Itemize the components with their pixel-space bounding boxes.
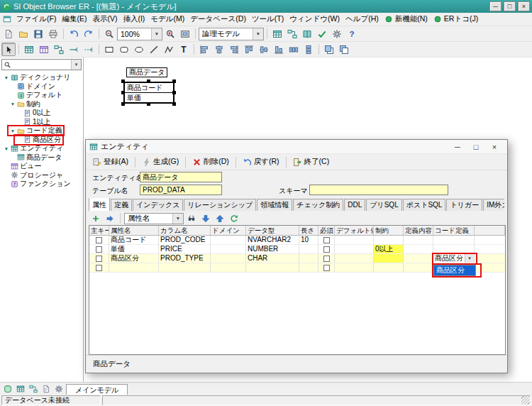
required-checkbox[interactable] xyxy=(323,256,330,262)
find-button[interactable] xyxy=(185,213,198,224)
grid-cell-3-8[interactable] xyxy=(374,263,404,272)
required-checkbox[interactable] xyxy=(323,265,330,271)
tree-item-entity-shouhin-data[interactable]: 商品データ xyxy=(9,153,63,162)
move-down-button[interactable] xyxy=(199,213,212,224)
relationship-list-button[interactable] xyxy=(285,27,299,40)
tree-item-domain[interactable]: Dドメイン xyxy=(9,82,57,91)
dictionary-button[interactable] xyxy=(300,27,314,40)
grid-cell-2-4[interactable]: CHAR xyxy=(246,254,299,263)
column-header-8[interactable]: 制約 xyxy=(374,226,404,235)
dialog-tab-3[interactable]: リレーションシップ xyxy=(184,199,256,211)
entity-title-label[interactable]: 商品データ xyxy=(126,67,167,77)
grid-cell-0-5[interactable]: 10 xyxy=(299,236,318,244)
column-header-4[interactable]: データ型 xyxy=(246,226,299,235)
dialog-tab-2[interactable]: インデックス xyxy=(133,199,183,211)
close-button[interactable]: × xyxy=(518,1,530,11)
new-file-button[interactable] xyxy=(1,27,16,40)
align-middle-button[interactable] xyxy=(257,43,271,56)
open-file-button[interactable] xyxy=(16,27,31,40)
grid-cell-0-3[interactable] xyxy=(211,236,246,244)
selection-handle[interactable] xyxy=(172,91,176,94)
generate-button[interactable]: 生成(G) xyxy=(138,155,183,168)
pk-checkbox[interactable] xyxy=(96,237,102,243)
menu-item-new-features[interactable]: 新機能(N) xyxy=(382,13,431,26)
required-checkbox[interactable] xyxy=(323,237,330,243)
grid-cell-1-0[interactable] xyxy=(89,245,109,253)
grid-cell-3-6[interactable] xyxy=(318,263,335,272)
grid-cell-3-1[interactable] xyxy=(109,263,159,272)
dialog-tab-1[interactable]: 定義 xyxy=(111,199,132,211)
selection-handle[interactable] xyxy=(172,79,176,83)
column-header-1[interactable]: 属性名 xyxy=(109,226,159,235)
tree-item-view[interactable]: ビュー xyxy=(2,162,43,170)
grid-cell-1-3[interactable] xyxy=(211,245,246,253)
attribute-filter-combo[interactable]: 属性名▾ xyxy=(124,213,184,224)
grid-cell-0-1[interactable]: 商品コード xyxy=(109,236,159,244)
sidebar-search-combo[interactable]: ▾ xyxy=(1,59,82,70)
selection-handle[interactable] xyxy=(172,102,176,106)
grid-cell-2-2[interactable]: PROD_TYPE xyxy=(159,254,211,263)
send-to-back-button[interactable] xyxy=(337,43,351,56)
grid-cell-3-0[interactable] xyxy=(89,263,109,272)
register-button[interactable]: 登録(A) xyxy=(88,155,133,168)
zoom-in-button[interactable] xyxy=(163,27,177,40)
grid-cell-1-1[interactable]: 単価 xyxy=(109,245,159,253)
dialog-tab-7[interactable]: プリSQL xyxy=(366,199,401,211)
revert-button[interactable]: 戻す(R) xyxy=(238,155,284,168)
dialog-tab-6[interactable]: DDL xyxy=(344,199,365,211)
save-button[interactable] xyxy=(31,27,45,40)
grid-row-1[interactable]: 単価PRICENUMBER0以上 xyxy=(89,245,505,254)
view-tool-button[interactable] xyxy=(37,43,51,56)
menu-item-tools[interactable]: ツール(T) xyxy=(249,13,287,26)
many-to-many-relationship-tool-button[interactable] xyxy=(82,43,96,56)
grid-cell-3-2[interactable] xyxy=(159,263,211,272)
selection-handle[interactable] xyxy=(147,102,150,106)
selection-handle[interactable] xyxy=(121,91,125,94)
grid-cell-2-9[interactable] xyxy=(404,254,433,263)
grid-cell-3-9[interactable] xyxy=(404,263,433,272)
attribute-filter-combo-arrow[interactable]: ▾ xyxy=(172,214,183,224)
menu-item-window[interactable]: ウィンドウ(W) xyxy=(287,13,343,26)
tree-expand-arrow[interactable]: ▾ xyxy=(10,128,16,134)
delete-button[interactable]: 削除(D) xyxy=(188,155,233,168)
code-definition-combo-arrow[interactable]: ▾ xyxy=(465,254,474,263)
grid-cell-2-6[interactable] xyxy=(318,254,335,263)
non-identifying-relationship-tool-button[interactable] xyxy=(67,43,81,56)
grid-cell-2-1[interactable]: 商品区分 xyxy=(109,254,159,263)
tree-item-constraint[interactable]: ▾制約 xyxy=(9,100,42,109)
grid-cell-0-9[interactable] xyxy=(404,236,433,244)
dialog-tab-5[interactable]: チェック制約 xyxy=(293,199,343,211)
dialog-tab-0[interactable]: 属性 xyxy=(89,198,110,211)
pk-checkbox[interactable] xyxy=(96,265,102,271)
tree-expand-arrow[interactable]: ▾ xyxy=(10,101,16,107)
table-name-field[interactable]: PROD_DATA xyxy=(140,185,222,195)
sidebar-search-dropdown-arrow[interactable]: ▾ xyxy=(71,60,81,70)
grid-cell-0-2[interactable]: PROD_CODE xyxy=(159,236,211,244)
tree-item-code-shouhin-kubun[interactable]: 商品区分 xyxy=(15,136,62,144)
bottom-settings-button[interactable] xyxy=(52,383,65,394)
dialog-minimize-button[interactable]: ─ xyxy=(448,140,467,154)
tree-item-default[interactable]: dデフォルト xyxy=(9,91,64,99)
tree-item-entity[interactable]: ▾エンティティ xyxy=(2,144,65,153)
resize-grip[interactable] xyxy=(521,396,530,405)
schema-field[interactable] xyxy=(309,185,448,195)
align-top-button[interactable] xyxy=(242,43,256,56)
grid-cell-1-8[interactable]: 0以上 xyxy=(374,245,404,253)
tree-item-constraint-0-ijou[interactable]: 0以上 xyxy=(15,109,52,117)
grid-cell-1-5[interactable] xyxy=(299,245,318,253)
zoom-combo-dropdown-arrow[interactable]: ▾ xyxy=(151,28,162,40)
column-header-9[interactable]: 定義内容 xyxy=(404,226,433,235)
grid-cell-3-5[interactable] xyxy=(299,263,318,272)
menu-item-model[interactable]: モデル(M) xyxy=(148,13,187,26)
grid-cell-3-4[interactable] xyxy=(246,263,299,272)
entity-list-button[interactable] xyxy=(270,27,284,40)
bottom-entity-button[interactable] xyxy=(14,383,26,394)
align-right-button[interactable] xyxy=(227,43,241,56)
menu-item-edit[interactable]: 編集(E) xyxy=(59,13,89,26)
maximize-button[interactable]: □ xyxy=(504,1,516,11)
model-mode-combo[interactable]: 論理モデル▾ xyxy=(199,28,264,40)
grid-cell-3-3[interactable] xyxy=(211,263,246,272)
column-header-5[interactable]: 長さ xyxy=(299,226,318,235)
rectangle-tool-button[interactable] xyxy=(102,43,116,56)
align-center-button[interactable] xyxy=(212,43,226,56)
